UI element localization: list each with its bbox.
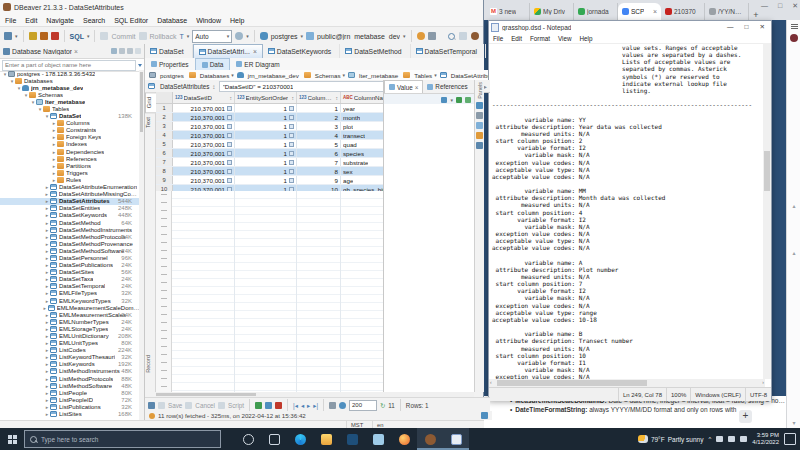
export-icon[interactable] [329,402,336,409]
cell-datasetid[interactable]: 210,370,001 [173,131,235,139]
cell-columnposition[interactable]: 1 [297,104,341,112]
cell-datasetid[interactable]: 210,370,001 [173,104,235,112]
foreign-key-link-icon[interactable] [289,178,294,183]
tree-item[interactable]: ▸ DataSetMethodInstruments [0,226,140,233]
menu-item[interactable]: Navigate [46,17,74,24]
cell-columnname[interactable]: quad [341,140,383,148]
cell-entitysortorder[interactable]: 1 [235,149,297,157]
cell-datasetid[interactable]: 210,370,001 [173,158,235,166]
link-editor-icon[interactable] [111,48,117,54]
value-panel-tab[interactable]: Value × [384,80,423,93]
tree-item[interactable]: ▸ EMLKeywordTypes 32K [0,297,140,304]
foreign-key-link-icon[interactable] [289,133,294,138]
foreign-key-link-icon[interactable] [227,142,232,147]
breadcrumb-item[interactable]: Databases ▾ [189,72,234,79]
foreign-key-link-icon[interactable] [227,151,232,156]
foreign-key-link-icon[interactable] [227,124,232,129]
browser-tab[interactable]: M 3 new [486,3,530,20]
editor-tab[interactable]: DataSet [145,44,193,58]
error-mark-icon[interactable] [51,32,59,40]
sort-filter-icon[interactable]: ↕ [336,95,339,101]
taskbar-clock[interactable]: 3:59 PM 4/12/2022 [752,432,779,446]
tree-item[interactable]: ▸ ListPeople 80K [0,389,140,396]
chevron-down-icon[interactable]: ▾ [15,33,18,39]
cell-columnposition[interactable]: 7 [297,158,341,166]
chevron-down-icon[interactable]: ▾ [231,72,234,78]
cell-columnname[interactable]: sex [341,167,383,175]
grid-corner-cell[interactable] [156,92,173,103]
scrollbar-thumb[interactable] [764,151,770,191]
minimize-icon[interactable]: — [727,23,734,31]
editor-subtab[interactable]: ER Diagram [230,58,285,70]
cell-entitysortorder[interactable]: 1 [235,104,297,112]
notepad-titlebar[interactable]: grasshop.dsd - Notepad — □ ✕ [489,21,771,33]
tree-item[interactable]: ▸ References [0,155,140,162]
browse-icon[interactable] [148,402,155,409]
tree-item[interactable]: ▸ Partitions [0,162,140,169]
cell-datasetid[interactable]: 210,370,001 [173,149,235,157]
grid-column-header[interactable]: 123 EntitySortOrder ↕ [235,92,297,103]
tree-item[interactable]: ▸ Foreign Keys [0,134,140,141]
scrollbar-thumb[interactable] [156,393,256,396]
tab-close-icon[interactable]: × [253,48,257,55]
foreign-key-link-icon[interactable] [289,142,294,147]
scroll-left-icon[interactable]: ‹ [490,379,492,385]
menu-item[interactable]: Edit [511,35,522,42]
notepad-taskbar-button[interactable] [443,428,469,450]
firefox-button[interactable] [391,428,417,450]
save-button[interactable]: Save [168,402,182,409]
transaction-mode-button[interactable]: T [179,33,183,40]
close-icon[interactable]: ✕ [792,2,798,10]
script-button[interactable]: Script [228,402,244,409]
tree-item[interactable]: ▸ ListMethodProtocols 88K [0,375,140,382]
schema-selector[interactable]: public@jrn_metabase_dev [317,33,400,40]
tree-scrollbar[interactable] [139,70,144,420]
notepad-text-area[interactable]: value sets. Ranges of acceptable values … [489,43,765,379]
row-number[interactable]: 3 [156,122,173,130]
row-number[interactable]: 4 [156,131,173,139]
cell-columnposition[interactable]: 8 [297,167,341,175]
edit-pen-icon[interactable] [29,32,37,40]
cell-entitysortorder[interactable]: 1 [235,122,297,130]
scroll-up-icon[interactable]: ▴ [787,202,800,209]
cell-entitysortorder[interactable]: 1 [235,113,297,121]
panel-grid-icon[interactable] [476,102,483,109]
breadcrumb-item[interactable]: Tables ▾ [403,72,436,79]
add-row-icon[interactable] [255,402,262,409]
editor-tab[interactable]: DataSetKeywords [263,44,340,58]
chevron-down-icon[interactable]: ▾ [187,33,190,39]
tree-item[interactable]: ▸ ListKeywordThesauri 32K [0,354,140,361]
foreign-key-link-icon[interactable] [289,124,294,129]
refresh-icon[interactable]: ↻ [380,402,385,409]
mail-button[interactable] [365,428,391,450]
panel-metadata-icon[interactable] [476,122,483,129]
row-number[interactable]: 5 [156,140,173,148]
grid-column-header[interactable]: 123 DataSetID ↕ [173,92,235,103]
foreign-key-link-icon[interactable] [289,151,294,156]
cell-datasetid[interactable]: 210,370,001 [173,167,235,175]
copy-status-icon[interactable] [481,412,488,419]
row-number[interactable]: 2 [156,113,173,121]
tree-expand-icon[interactable]: ▸ [44,191,50,197]
cell-columnname[interactable]: plot [341,122,383,130]
scrollbar-thumb[interactable] [497,380,647,386]
tab-close-icon[interactable]: × [653,8,657,15]
cell-datasetid[interactable]: 210,370,001 [173,113,235,121]
view-menu-icon[interactable] [127,48,133,54]
cancel-button[interactable]: Cancel [195,402,215,409]
foreign-key-link-icon[interactable] [227,160,232,165]
collapse-all-icon[interactable] [119,48,125,54]
user-icon[interactable] [417,32,425,40]
edit-pen2-icon[interactable] [40,32,48,40]
value-format-icon[interactable] [441,97,447,103]
cell-entitysortorder[interactable]: 1 [235,158,297,166]
filter-funnel-icon[interactable] [138,64,142,67]
tree-item[interactable]: ▾ Databases [0,77,140,84]
connection-selector[interactable]: postgres [271,33,298,40]
breadcrumb-item[interactable]: postgres [149,72,186,79]
tree-item[interactable]: ▸ EMLMeasurementScales 24K [0,311,140,318]
cell-columnposition[interactable]: 4 [297,131,341,139]
tree-item[interactable]: ▾ DataSet 138K [0,113,140,120]
minimize-icon[interactable]: — [761,2,768,10]
close-icon[interactable]: ✕ [760,23,765,31]
